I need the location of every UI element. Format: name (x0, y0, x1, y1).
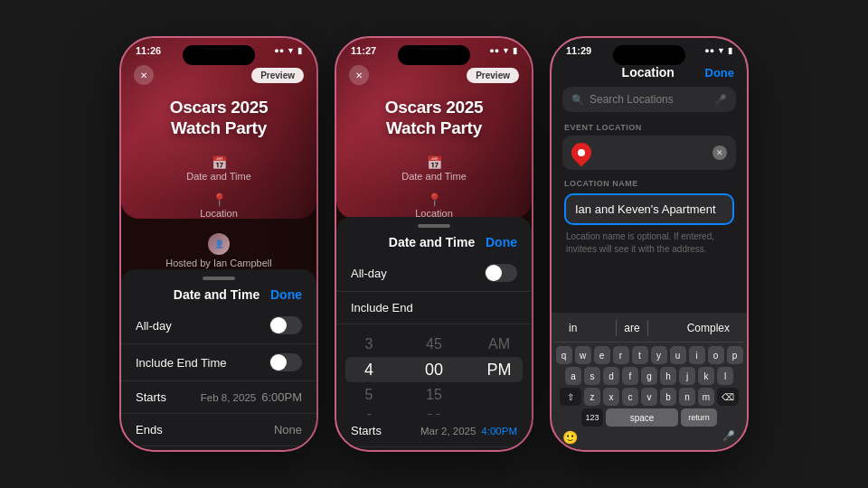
picker-hours-2[interactable]: 2 3 4 5 6 (336, 324, 401, 415)
picker-minutes-2[interactable]: 30 45 00 15 30 (401, 324, 467, 415)
phone-2: 11:27 ●● ▼ ▮ ✕ Preview Oscars 2025Watch … (335, 36, 533, 452)
hour-5: 5 (336, 382, 401, 408)
key-r[interactable]: r (613, 346, 629, 364)
all-day-toggle-1[interactable] (269, 316, 302, 334)
emoji-key-3[interactable]: 🙂 (561, 430, 578, 445)
key-t[interactable]: t (632, 346, 648, 364)
search-bar-3[interactable]: 🔍 Search Locations 🎤 (562, 87, 736, 112)
include-end-row-2[interactable]: Include End (336, 292, 532, 324)
phones-container: 11:26 ●● ▼ ▮ ✕ Preview Oscars 2025Watch … (119, 36, 749, 452)
date-time-field-2[interactable]: 📅 Date and Time (336, 150, 532, 187)
hour-2: 2 (336, 324, 401, 332)
keyboard-icon-row-3: 🙂 🎤 (554, 427, 744, 445)
key-a[interactable]: a (565, 367, 581, 385)
location-pin-icon-3 (567, 138, 595, 166)
close-button-1[interactable]: ✕ (134, 65, 154, 85)
keyboard-row-1-3: q w e r t y u i o p (554, 346, 744, 364)
picker-ampm-2[interactable]: AM PM (467, 332, 532, 408)
key-backspace[interactable]: ⌫ (717, 388, 739, 406)
status-bar-3: 11:29 ●● ▼ ▮ (552, 38, 747, 60)
include-end-toggle-1[interactable] (269, 353, 302, 371)
phone-1: 11:26 ●● ▼ ▮ ✕ Preview Oscars 2025Watch … (119, 36, 318, 452)
key-123[interactable]: 123 (581, 408, 603, 427)
mic-keyboard-key-3[interactable]: 🎤 (721, 430, 737, 445)
key-m[interactable]: m (698, 388, 714, 406)
key-v[interactable]: v (641, 388, 657, 406)
key-p[interactable]: p (727, 346, 743, 364)
key-e[interactable]: e (594, 346, 610, 364)
suggestion-are-3[interactable]: are (616, 320, 647, 336)
min-30b: 30 (401, 408, 467, 415)
key-q[interactable]: q (556, 346, 572, 364)
hour-4-selected: 4 (336, 357, 401, 382)
key-return[interactable]: return (681, 408, 717, 427)
key-z[interactable]: z (584, 388, 600, 406)
host-avatar-1: 👤 (208, 233, 230, 255)
location-name-section-label-3: LOCATION NAME (564, 179, 734, 188)
keyboard-row-4-3: 123 space return (554, 408, 744, 427)
key-d[interactable]: d (603, 367, 619, 385)
mic-icon-3[interactable]: 🎤 (714, 94, 727, 106)
status-time-3: 11:29 (566, 45, 591, 56)
date-time-sheet-2: Date and Time Done All-day Include End 2… (336, 217, 532, 450)
key-s[interactable]: s (584, 367, 600, 385)
min-00-selected: 00 (401, 357, 467, 382)
key-j[interactable]: j (679, 367, 695, 385)
signal-icon-1: ●● (274, 46, 284, 55)
include-end-row-1[interactable]: Include End Time (121, 344, 316, 381)
ampm-empty (467, 382, 532, 408)
sheet-done-2[interactable]: Done (486, 235, 517, 249)
key-g[interactable]: g (641, 367, 657, 385)
starts-row-1[interactable]: Starts Feb 8, 2025 6:00PM (121, 381, 316, 414)
key-k[interactable]: k (698, 367, 714, 385)
event-location-row-3[interactable]: ✕ (562, 136, 736, 170)
location-field-1[interactable]: 📍 Location (121, 187, 316, 224)
wifi-icon-3: ▼ (717, 46, 725, 55)
location-name-hint-3: Location name is optional. If entered, i… (564, 230, 734, 256)
dynamic-island-1 (183, 45, 255, 65)
key-c[interactable]: c (622, 388, 638, 406)
all-day-row-1[interactable]: All-day (121, 307, 316, 344)
location-name-input-3[interactable]: Ian and Keven's Apartment (564, 193, 734, 225)
location-clear-button-3[interactable]: ✕ (712, 145, 727, 160)
phone-1-screen: 11:26 ●● ▼ ▮ ✕ Preview Oscars 2025Watch … (121, 38, 316, 450)
sheet-done-1[interactable]: Done (270, 287, 302, 302)
key-o[interactable]: o (708, 346, 724, 364)
min-45: 45 (401, 332, 467, 357)
hour-6: 6 (336, 408, 401, 415)
key-i[interactable]: i (689, 346, 705, 364)
close-button-2[interactable]: ✕ (349, 65, 369, 85)
key-f[interactable]: f (622, 367, 638, 385)
key-w[interactable]: w (575, 346, 591, 364)
battery-icon-3: ▮ (728, 46, 732, 55)
key-shift[interactable]: ⇧ (560, 388, 581, 406)
all-day-row-2[interactable]: All-day (336, 255, 532, 292)
all-day-label-2: All-day (351, 267, 387, 280)
key-b[interactable]: b (660, 388, 676, 406)
key-n[interactable]: n (679, 388, 695, 406)
ends-row-2[interactable]: Ends None (336, 447, 532, 450)
ends-row-1[interactable]: Ends None (121, 414, 316, 446)
suggestion-in-3[interactable]: in (561, 320, 584, 336)
starts-row-2[interactable]: Starts Mar 2, 2025 4:00PM (336, 415, 532, 447)
ends-label-1: Ends (136, 423, 163, 436)
all-day-label-1: All-day (136, 319, 172, 333)
preview-button-1[interactable]: Preview (251, 68, 304, 83)
suggestion-complex-3[interactable]: Complex (680, 320, 737, 336)
starts-time-1: 6:00PM (261, 390, 302, 404)
key-space[interactable]: space (606, 408, 678, 427)
key-l[interactable]: l (717, 367, 733, 385)
preview-button-2[interactable]: Preview (467, 68, 519, 83)
key-y[interactable]: y (651, 346, 667, 364)
time-picker-2[interactable]: 2 3 4 5 6 30 45 00 15 30 AM (336, 324, 532, 415)
status-time-1: 11:26 (136, 45, 161, 56)
hour-3: 3 (336, 332, 401, 357)
location-done-3[interactable]: Done (705, 66, 735, 80)
status-icons-2: ●● ▼ ▮ (489, 46, 517, 55)
key-h[interactable]: h (660, 367, 676, 385)
all-day-toggle-2[interactable] (485, 264, 517, 282)
search-placeholder-3: Search Locations (590, 93, 709, 106)
key-x[interactable]: x (603, 388, 619, 406)
key-u[interactable]: u (670, 346, 686, 364)
date-time-field-1[interactable]: 📅 Date and Time (121, 150, 316, 187)
